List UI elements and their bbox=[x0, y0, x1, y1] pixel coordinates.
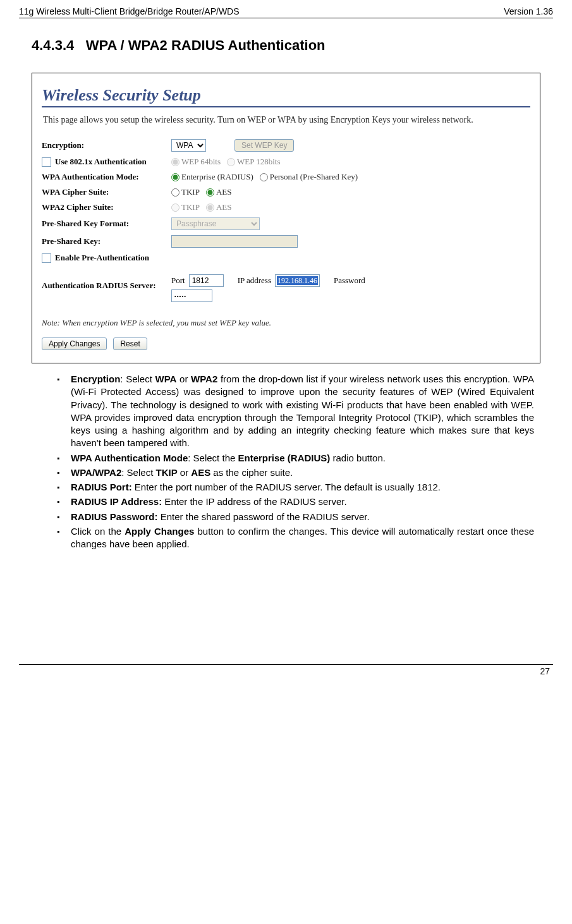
list-item: WPA Authentication Mode: Select the Ente… bbox=[57, 452, 534, 465]
enable-preauth-label: Enable Pre-Authentication bbox=[55, 253, 149, 263]
encryption-select[interactable]: WPA bbox=[171, 139, 206, 152]
list-item: RADIUS IP Address: Enter the IP address … bbox=[57, 495, 534, 508]
use-8021x-label: Use 802.1x Authentication bbox=[55, 157, 147, 167]
wpa2-tkip-label: TKIP bbox=[181, 202, 200, 212]
psk-format-select[interactable]: Passphrase bbox=[171, 217, 260, 230]
wpa-tkip-radio[interactable] bbox=[171, 188, 180, 197]
list-item: WPA/WPA2: Select TKIP or AES as the ciph… bbox=[57, 466, 534, 479]
encryption-label: Encryption: bbox=[42, 140, 171, 150]
panel-title: Wireless Security Setup bbox=[42, 86, 530, 105]
wep64-radio[interactable] bbox=[171, 158, 180, 166]
password-label: Password bbox=[334, 276, 365, 286]
wpa2-tkip-radio[interactable] bbox=[171, 204, 180, 212]
list-item: RADIUS Password: Enter the shared passwo… bbox=[57, 511, 534, 523]
ip-label: IP address bbox=[238, 276, 271, 286]
page-footer: 27 bbox=[19, 664, 553, 676]
wep128-radio[interactable] bbox=[227, 158, 235, 166]
port-input[interactable] bbox=[189, 274, 224, 287]
use-8021x-checkbox[interactable] bbox=[42, 157, 51, 167]
psk-input[interactable] bbox=[171, 235, 298, 248]
header-left: 11g Wireless Multi-Client Bridge/Bridge … bbox=[19, 6, 240, 16]
page-number: 27 bbox=[540, 666, 550, 676]
psk-label: Pre-Shared Key: bbox=[42, 236, 171, 246]
radius-ip-term: RADIUS IP Address: bbox=[71, 496, 162, 507]
header-right: Version 1.36 bbox=[504, 6, 553, 16]
enable-preauth-checkbox[interactable] bbox=[42, 253, 51, 263]
password-input[interactable] bbox=[171, 289, 212, 302]
enterprise-radio[interactable] bbox=[171, 173, 180, 181]
section-heading: 4.4.3.4 WPA / WPA2 RADIUS Authentication bbox=[32, 37, 553, 54]
encryption-term: Encryption bbox=[71, 374, 120, 384]
wireless-security-setup-panel: Wireless Security Setup This page allows… bbox=[32, 73, 540, 363]
enterprise-label: Enterprise (RADIUS) bbox=[181, 172, 253, 182]
wpa2-aes-radio[interactable] bbox=[206, 204, 214, 212]
title-underline bbox=[42, 106, 530, 107]
wpa2-cipher-label: WPA2 Cipher Suite: bbox=[42, 202, 171, 212]
instruction-list: Encryption: Select WPA or WPA2 from the … bbox=[19, 373, 553, 550]
list-item: RADIUS Port: Enter the port number of th… bbox=[57, 481, 534, 494]
wep64-label: WEP 64bits bbox=[181, 157, 221, 167]
wpa-cipher-label: WPA Cipher Suite: bbox=[42, 187, 171, 197]
list-item: Encryption: Select WPA or WPA2 from the … bbox=[57, 373, 534, 450]
radius-port-term: RADIUS Port: bbox=[71, 482, 132, 492]
list-item: Click on the Apply Changes button to con… bbox=[57, 525, 534, 551]
wpa-aes-radio[interactable] bbox=[206, 188, 214, 197]
set-wep-key-button[interactable]: Set WEP Key bbox=[234, 139, 294, 152]
section-number: 4.4.3.4 bbox=[32, 37, 74, 53]
wep-note: Note: When encryption WEP is selected, y… bbox=[42, 318, 530, 328]
wpa-wpa2-term: WPA/WPA2 bbox=[71, 467, 121, 478]
wep128-label: WEP 128bits bbox=[237, 157, 281, 167]
page-header: 11g Wireless Multi-Client Bridge/Bridge … bbox=[19, 6, 553, 18]
psk-format-label: Pre-Shared Key Format: bbox=[42, 219, 171, 229]
personal-label: Personal (Pre-Shared Key) bbox=[270, 172, 358, 182]
section-title: WPA / WPA2 RADIUS Authentication bbox=[86, 37, 326, 53]
radius-password-term: RADIUS Password: bbox=[71, 511, 158, 522]
wpa-auth-term: WPA Authentication Mode bbox=[71, 453, 188, 463]
port-label: Port bbox=[171, 276, 185, 286]
ip-input[interactable]: 192.168.1.46 bbox=[277, 276, 318, 285]
wpa-tkip-label: TKIP bbox=[181, 187, 200, 197]
apply-changes-button[interactable]: Apply Changes bbox=[42, 337, 107, 350]
wpa-auth-mode-label: WPA Authentication Mode: bbox=[42, 172, 171, 182]
wpa2-aes-label: AES bbox=[216, 202, 232, 212]
wpa-aes-label: AES bbox=[216, 187, 232, 197]
radius-server-label: Authentication RADIUS Server: bbox=[42, 274, 171, 291]
reset-button[interactable]: Reset bbox=[113, 337, 147, 350]
panel-intro: This page allows you setup the wireless … bbox=[42, 115, 530, 125]
personal-radio[interactable] bbox=[260, 173, 268, 181]
